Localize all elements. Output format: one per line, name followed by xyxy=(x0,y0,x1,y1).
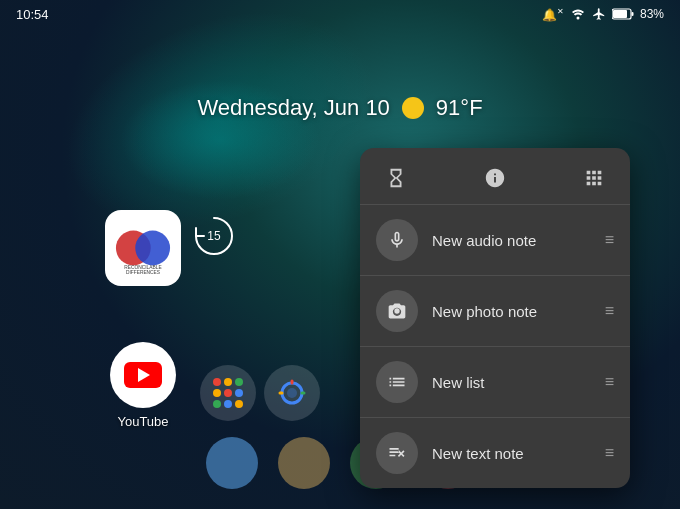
youtube-icon xyxy=(110,342,176,408)
date-text: Wednesday, Jun 10 xyxy=(197,95,389,121)
dot-green xyxy=(235,378,243,386)
youtube-app[interactable]: YouTube xyxy=(110,342,176,429)
new-text-note-item[interactable]: New text note ≡ xyxy=(360,417,630,488)
drag-handle-list: ≡ xyxy=(605,373,614,391)
lens-svg xyxy=(278,379,306,407)
airplane-icon xyxy=(592,7,606,21)
reconcilable-differences-app[interactable]: RECONCILABLE DIFFERENCES xyxy=(105,210,181,286)
dot-blue-right xyxy=(235,389,243,397)
battery-percentage: 83% xyxy=(640,7,664,21)
status-bar: 10:54 🔔✕ 83% xyxy=(0,0,680,28)
dot-yellow-top xyxy=(224,378,232,386)
dock-icon-2[interactable] xyxy=(278,437,330,489)
date-weather: Wednesday, Jun 10 91°F xyxy=(0,95,680,121)
temperature-text: 91°F xyxy=(436,95,483,121)
dot-yellow-left xyxy=(213,389,221,397)
google-lens-icon[interactable] xyxy=(264,365,320,421)
new-photo-note-item[interactable]: New photo note ≡ xyxy=(360,275,630,346)
list-label: New list xyxy=(432,374,591,391)
dots-apps-icon[interactable] xyxy=(200,365,256,421)
dot-red xyxy=(213,378,221,386)
list-icon-circle xyxy=(376,361,418,403)
battery-icon xyxy=(612,8,634,20)
svg-rect-3 xyxy=(631,12,633,16)
status-icons: 🔔✕ 83% xyxy=(542,7,664,22)
svg-text:15: 15 xyxy=(207,229,221,243)
hourglass-icon[interactable] xyxy=(380,162,412,194)
audio-note-label: New audio note xyxy=(432,232,591,249)
svg-rect-2 xyxy=(613,10,627,18)
mute-icon: 🔔✕ xyxy=(542,7,564,22)
text-icon-circle xyxy=(376,432,418,474)
dots-grid xyxy=(213,378,243,408)
context-menu-header xyxy=(360,148,630,204)
dot-green-bl xyxy=(213,400,221,408)
drag-handle-photo: ≡ xyxy=(605,302,614,320)
camera-icon-circle xyxy=(376,290,418,332)
info-icon[interactable] xyxy=(479,162,511,194)
weather-sun-icon xyxy=(402,97,424,119)
timer-refresh-icon: 15 xyxy=(188,210,240,262)
youtube-triangle xyxy=(138,368,150,382)
dot-yellow-br xyxy=(235,400,243,408)
svg-point-10 xyxy=(287,388,297,398)
svg-point-5 xyxy=(135,231,170,266)
photo-note-label: New photo note xyxy=(432,303,591,320)
dot-red-center xyxy=(224,389,232,397)
text-note-label: New text note xyxy=(432,445,591,462)
svg-text:DIFFERENCES: DIFFERENCES xyxy=(126,270,160,274)
drag-handle-text: ≡ xyxy=(605,444,614,462)
status-time: 10:54 xyxy=(16,7,49,22)
grid-icon[interactable] xyxy=(578,162,610,194)
mic-icon-circle xyxy=(376,219,418,261)
youtube-label: YouTube xyxy=(117,414,168,429)
dot-blue-bc xyxy=(224,400,232,408)
youtube-play-button xyxy=(124,362,162,388)
wifi-icon xyxy=(570,8,586,20)
svg-point-0 xyxy=(576,17,579,20)
reconcilable-differences-icon: RECONCILABLE DIFFERENCES xyxy=(114,222,172,274)
new-audio-note-item[interactable]: New audio note ≡ xyxy=(360,204,630,275)
drag-handle-audio: ≡ xyxy=(605,231,614,249)
dock-icon-1[interactable] xyxy=(206,437,258,489)
new-list-item[interactable]: New list ≡ xyxy=(360,346,630,417)
context-menu: New audio note ≡ New photo note ≡ New li… xyxy=(360,148,630,488)
